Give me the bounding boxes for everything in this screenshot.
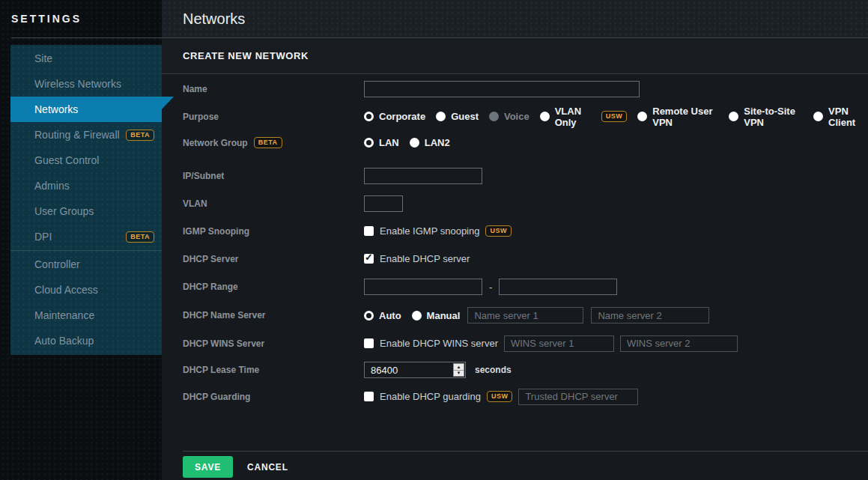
sidebar-item-controller[interactable]: Controller [10, 252, 162, 277]
sidebar-item-dpi[interactable]: DPIBETA [10, 224, 162, 249]
dhcp-name-server-auto-label: Auto [379, 310, 401, 321]
vlan-label: VLAN [183, 198, 364, 209]
trusted-dhcp-server-input[interactable] [518, 389, 638, 405]
dhcp-name-server-row: DHCP Name Server Auto Manual [183, 301, 868, 329]
number-spinner: ▲ ▼ [453, 363, 464, 377]
dhcp-lease-time-input[interactable] [365, 365, 453, 376]
save-button[interactable]: SAVE [183, 456, 233, 478]
network-group-lan-label: LAN [379, 137, 399, 148]
dhcp-range-end-input[interactable] [499, 279, 617, 295]
purpose-vpn-client-radio[interactable] [813, 112, 823, 121]
cancel-button[interactable]: CANCEL [247, 462, 288, 473]
purpose-voice-label: Voice [504, 111, 529, 122]
sidebar-title: SETTINGS [0, 0, 162, 37]
igmp-snooping-checkbox-label: Enable IGMP snooping [380, 225, 479, 237]
main-content: Networks CREATE NEW NETWORK Name Purpose… [162, 0, 868, 480]
spinner-down-icon[interactable]: ▼ [454, 371, 464, 377]
purpose-site-to-site-vpn-label: Site-to-Site VPN [744, 106, 803, 128]
sidebar-item-label: Guest Control [34, 154, 99, 166]
sidebar-item-site[interactable]: Site [10, 46, 162, 71]
usw-badge: USW [601, 111, 628, 122]
sidebar-item-label: Cloud Access [34, 284, 98, 296]
dhcp-name-server-manual-radio[interactable] [412, 311, 422, 320]
app-window: SETTINGS Site Wireless Networks Networks… [0, 0, 868, 480]
dhcp-name-server-label: DHCP Name Server [183, 310, 364, 320]
sidebar-item-admins[interactable]: Admins [10, 173, 162, 198]
form-actions: SAVE CANCEL [162, 452, 868, 478]
dhcp-guarding-label: DHCP Guarding [183, 392, 364, 402]
network-group-row: Network GroupBETA LAN LAN2 [183, 130, 868, 156]
create-network-form: Name Purpose Corporate Guest Voice VLAN … [162, 74, 868, 410]
settings-sidebar: SETTINGS Site Wireless Networks Networks… [0, 0, 162, 480]
purpose-corporate-label: Corporate [379, 111, 425, 122]
dhcp-wins-server-checkbox[interactable] [364, 338, 374, 348]
dhcp-guarding-checkbox-label: Enable DHCP guarding [380, 391, 481, 402]
purpose-guest-radio[interactable] [436, 112, 446, 121]
dhcp-guarding-checkbox[interactable] [364, 392, 374, 401]
sidebar-item-auto-backup[interactable]: Auto Backup [10, 328, 162, 353]
sidebar-item-label: User Groups [34, 205, 94, 217]
sidebar-item-guest-control[interactable]: Guest Control [10, 148, 162, 173]
beta-badge: BETA [126, 231, 154, 243]
sidebar-item-label: Auto Backup [34, 335, 94, 347]
sidebar-item-label: Admins [34, 180, 70, 192]
usw-badge: USW [487, 391, 513, 402]
dhcp-server-checkbox-label: Enable DHCP server [380, 253, 470, 264]
igmp-snooping-checkbox[interactable] [364, 226, 374, 236]
spinner-up-icon[interactable]: ▲ [454, 364, 464, 371]
section-header: CREATE NEW NETWORK [162, 38, 868, 74]
page-header: Networks [162, 0, 868, 38]
purpose-corporate-radio[interactable] [364, 112, 374, 121]
sidebar-item-maintenance[interactable]: Maintenance [10, 303, 162, 328]
dhcp-range-row: DHCP Range - [183, 273, 868, 301]
sidebar-item-networks[interactable]: Networks [10, 97, 162, 122]
ip-subnet-input[interactable] [364, 168, 482, 184]
name-server-2-input[interactable] [591, 307, 709, 323]
dhcp-server-checkbox[interactable] [364, 254, 374, 264]
purpose-remote-user-vpn-radio[interactable] [637, 112, 647, 121]
sidebar-item-wireless-networks[interactable]: Wireless Networks [10, 71, 162, 97]
sidebar-item-label: Maintenance [34, 309, 94, 321]
wins-server-1-input[interactable] [504, 335, 614, 352]
network-group-lan2-label: LAN2 [425, 137, 450, 148]
purpose-vlan-only-radio[interactable] [540, 112, 550, 121]
dhcp-name-server-manual-label: Manual [427, 310, 461, 321]
vlan-input[interactable] [364, 195, 403, 212]
sidebar-item-user-groups[interactable]: User Groups [10, 198, 162, 224]
sidebar-item-label: Controller [34, 258, 80, 270]
purpose-vlan-only-label: VLAN Only [555, 106, 595, 128]
ip-subnet-label: IP/Subnet [183, 171, 364, 181]
sidebar-item-routing-firewall[interactable]: Routing & FirewallBETA [10, 122, 162, 148]
purpose-guest-label: Guest [451, 111, 479, 122]
purpose-site-to-site-vpn-radio[interactable] [729, 112, 738, 121]
beta-badge: BETA [126, 130, 154, 141]
purpose-vpn-client-label: VPN Client [828, 106, 868, 128]
purpose-remote-user-vpn-label: Remote User VPN [652, 106, 718, 128]
dhcp-server-label: DHCP Server [183, 254, 364, 264]
purpose-label: Purpose [183, 112, 364, 122]
dhcp-range-separator: - [489, 282, 492, 293]
sidebar-item-cloud-access[interactable]: Cloud Access [10, 277, 162, 303]
name-input[interactable] [364, 81, 640, 97]
ip-subnet-row: IP/Subnet [183, 162, 868, 189]
purpose-voice-radio [489, 112, 499, 121]
sidebar-item-label: Wireless Networks [34, 78, 121, 90]
dhcp-wins-server-row: DHCP WINS Server Enable DHCP WINS server [183, 329, 868, 357]
name-row: Name [183, 75, 868, 103]
page-title: Networks [183, 10, 245, 28]
dhcp-range-start-input[interactable] [364, 279, 482, 295]
purpose-row: Purpose Corporate Guest Voice VLAN Only … [183, 103, 868, 130]
beta-badge: BETA [254, 137, 282, 148]
name-server-1-input[interactable] [467, 307, 583, 323]
dhcp-wins-server-checkbox-label: Enable DHCP WINS server [380, 338, 498, 349]
dhcp-wins-server-label: DHCP WINS Server [183, 338, 364, 349]
dhcp-name-server-auto-radio[interactable] [364, 311, 374, 320]
sidebar-item-label: Routing & Firewall [34, 129, 120, 141]
wins-server-2-input[interactable] [620, 335, 738, 352]
network-group-label-text: Network Group [183, 138, 248, 148]
network-group-lan2-radio[interactable] [410, 138, 419, 148]
network-group-lan-radio[interactable] [364, 138, 374, 148]
sidebar-menu: Site Wireless Networks Networks Routing … [10, 45, 162, 355]
sidebar-item-label: Networks [34, 103, 78, 115]
igmp-snooping-row: IGMP Snooping Enable IGMP snooping USW [183, 217, 868, 245]
